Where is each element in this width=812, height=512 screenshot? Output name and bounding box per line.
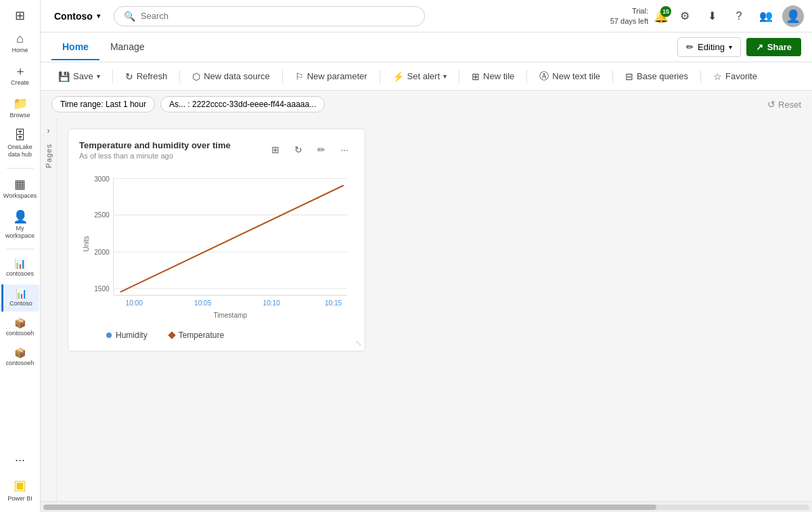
new-parameter-button[interactable]: ⚐ New parameter: [288, 68, 374, 85]
chart-table-view-button[interactable]: ⊞: [266, 140, 285, 159]
share-icon: ↗: [756, 42, 763, 52]
editing-chevron-icon: ▾: [729, 43, 732, 51]
nav-my-workspace[interactable]: 👤 My workspace: [1, 207, 39, 244]
search-input[interactable]: [141, 11, 415, 21]
text-tile-icon: Ⓐ: [539, 70, 549, 83]
new-tile-button[interactable]: ⊞ New tile: [465, 68, 521, 85]
asset-filter[interactable]: As... : 2222cccc-33dd-eeee-ff44-aaaaa...: [160, 96, 325, 112]
chart-legend: Humidity Temperature: [79, 330, 354, 340]
base-queries-button[interactable]: ⊟ Base queries: [618, 68, 695, 85]
workspace-selector[interactable]: Contoso ▾: [49, 8, 106, 24]
time-range-filter[interactable]: Time range: Last 1 hour: [51, 96, 155, 112]
browse-icon: 📁: [13, 98, 28, 110]
new-parameter-label: New parameter: [307, 71, 367, 81]
chart-subtitle: As of less than a minute ago: [79, 152, 231, 160]
temperature-legend-item: Temperature: [169, 330, 224, 340]
refresh-button[interactable]: ↻ Refresh: [118, 68, 175, 85]
chart-svg: Units 3000 2500 2000: [79, 163, 354, 325]
nav-create[interactable]: ＋ Create: [1, 61, 39, 91]
tab-home[interactable]: Home: [51, 35, 99, 60]
notifications-button[interactable]: 🔔 15: [654, 9, 669, 24]
nav-home-label: Home: [12, 47, 28, 54]
download-icon: ⬇: [708, 9, 717, 22]
favorite-button[interactable]: ☆ Favorite: [706, 68, 764, 85]
resize-handle[interactable]: ⤡: [355, 339, 362, 348]
save-button[interactable]: 💾 Save ▾: [51, 68, 107, 85]
workspaces-icon: ▦: [14, 178, 26, 190]
toolbar: 💾 Save ▾ ↻ Refresh ⬡ New data source ⚐ N…: [41, 62, 812, 91]
trial-label: Trial:: [610, 6, 648, 16]
nav-onelake[interactable]: 🗄 OneLake data hub: [1, 125, 39, 163]
nav-contosoeh2-label: contosoeh: [6, 360, 35, 367]
alert-chevron-icon: ▾: [443, 72, 447, 80]
nav-contoso[interactable]: 📊 Contoso: [1, 284, 39, 312]
save-chevron-icon: ▾: [97, 72, 100, 80]
content-area: › Pages Temperature and humidity over ti…: [41, 118, 812, 501]
user-avatar[interactable]: 👤: [782, 5, 804, 27]
nav-powerbi-label: Power BI: [7, 495, 32, 503]
toolbar-sep-8: [700, 70, 701, 83]
new-text-tile-button[interactable]: Ⓐ New text tile: [533, 67, 607, 86]
reset-button[interactable]: ↺ Reset: [767, 99, 801, 110]
more-icon: ···: [15, 454, 25, 466]
create-icon: ＋: [14, 65, 26, 77]
base-queries-label: Base queries: [637, 71, 688, 81]
share-people-button[interactable]: 👥: [755, 5, 777, 27]
chart-container: Units 3000 2500 2000: [79, 163, 354, 325]
bottom-scrollbar[interactable]: [41, 501, 812, 512]
svg-text:1500: 1500: [94, 285, 110, 293]
workspace-chevron-icon: ▾: [97, 12, 100, 20]
settings-button[interactable]: ⚙: [674, 5, 696, 27]
chart-more-button[interactable]: ···: [335, 140, 354, 159]
chart-refresh-button[interactable]: ↻: [289, 140, 308, 159]
new-data-source-button[interactable]: ⬡ New data source: [185, 68, 277, 85]
trial-info: Trial: 57 days left: [610, 6, 648, 26]
chart-edit-button[interactable]: ✏: [312, 140, 331, 159]
scrollbar-thumb[interactable]: [43, 505, 656, 510]
chart-edit-icon: ✏: [317, 144, 325, 155]
chart-title: Temperature and humidity over time: [79, 140, 231, 150]
pages-expand-button[interactable]: ›: [45, 123, 53, 138]
y-axis-label: Units: [83, 236, 90, 251]
nav-contosoes[interactable]: 📊 contosoes: [1, 255, 39, 282]
nav-workspaces[interactable]: ▦ Workspaces: [1, 174, 39, 204]
nav-apps-grid[interactable]: ⊞: [1, 5, 39, 26]
set-alert-button[interactable]: ⚡ Set alert ▾: [386, 68, 453, 85]
asset-label: As... : 2222cccc-33dd-eeee-ff44-aaaaa...: [169, 100, 316, 109]
search-box[interactable]: 🔍: [114, 6, 425, 26]
chart-more-icon: ···: [340, 144, 348, 155]
svg-text:3000: 3000: [94, 175, 110, 183]
nav-divider-1: [7, 168, 34, 169]
chart-tile: Temperature and humidity over time As of…: [68, 129, 365, 351]
powerbi-icon: ▣: [14, 477, 26, 493]
notification-count: 15: [660, 6, 671, 17]
help-button[interactable]: ?: [728, 5, 750, 27]
reset-icon: ↺: [767, 99, 775, 110]
nav-contosoeh1[interactable]: 📦 contosoeh: [1, 314, 39, 341]
main-area: Contoso ▾ 🔍 Trial: 57 days left 🔔 15 ⚙: [41, 0, 812, 512]
table-view-icon: ⊞: [271, 144, 279, 155]
svg-text:10:10: 10:10: [263, 299, 281, 307]
toolbar-sep-6: [526, 70, 527, 83]
toolbar-sep-5: [459, 70, 459, 83]
svg-text:10:05: 10:05: [194, 299, 212, 307]
editing-button[interactable]: ✏ Editing ▾: [677, 37, 741, 57]
share-button[interactable]: ↗ Share: [746, 38, 801, 56]
nav-browse[interactable]: 📁 Browse: [1, 93, 39, 123]
nav-more[interactable]: ···: [1, 450, 39, 470]
scrollbar-track[interactable]: [43, 505, 809, 510]
nav-contosoeh2[interactable]: 📦 contosoeh: [1, 344, 39, 371]
tab-manage[interactable]: Manage: [99, 35, 156, 60]
nav-powerbi[interactable]: ▣ Power BI: [1, 473, 39, 507]
nav-create-label: Create: [11, 79, 29, 87]
new-data-source-label: New data source: [204, 71, 270, 81]
nav-home[interactable]: ⌂ Home: [1, 28, 39, 58]
nav-contosoeh1-label: contosoeh: [6, 330, 35, 337]
refresh-label: Refresh: [137, 71, 168, 81]
download-button[interactable]: ⬇: [701, 5, 723, 27]
people-icon: 👥: [759, 9, 773, 22]
contosoeh1-icon: 📦: [14, 318, 26, 328]
tile-icon: ⊞: [472, 71, 480, 82]
temperature-diamond: [168, 331, 175, 339]
nav-my-workspace-label: My workspace: [4, 225, 37, 240]
